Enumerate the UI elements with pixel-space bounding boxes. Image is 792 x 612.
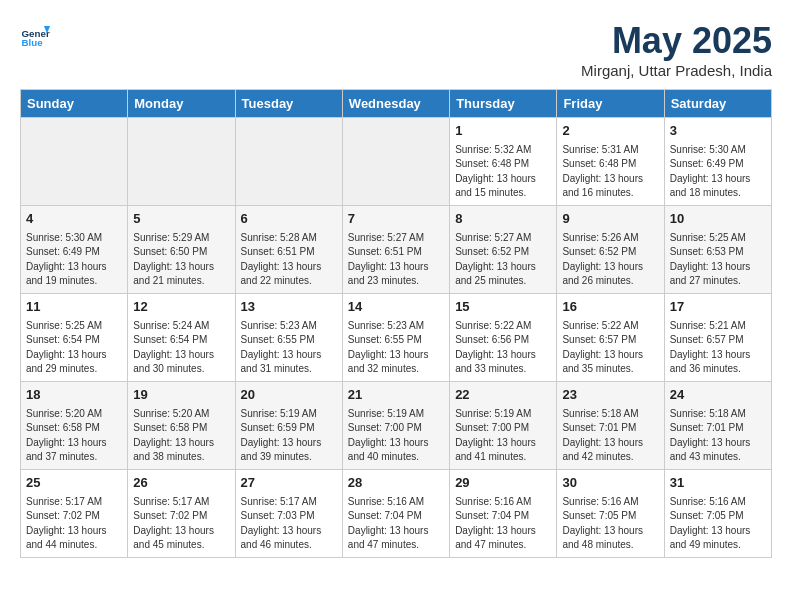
day-info: Sunset: 6:53 PM [670,245,766,260]
location: Mirganj, Uttar Pradesh, India [581,62,772,79]
day-info: Daylight: 13 hours [455,524,551,539]
day-number: 2 [562,122,658,141]
calendar-cell: 4Sunrise: 5:30 AMSunset: 6:49 PMDaylight… [21,206,128,294]
day-info: Sunset: 6:57 PM [670,333,766,348]
day-info: Daylight: 13 hours [26,260,122,275]
day-info: Sunset: 6:51 PM [348,245,444,260]
day-info: Daylight: 13 hours [241,260,337,275]
calendar-cell: 3Sunrise: 5:30 AMSunset: 6:49 PMDaylight… [664,118,771,206]
day-info: Daylight: 13 hours [455,260,551,275]
day-number: 27 [241,474,337,493]
day-number: 28 [348,474,444,493]
calendar-cell: 10Sunrise: 5:25 AMSunset: 6:53 PMDayligh… [664,206,771,294]
calendar-cell: 22Sunrise: 5:19 AMSunset: 7:00 PMDayligh… [450,382,557,470]
calendar-cell: 1Sunrise: 5:32 AMSunset: 6:48 PMDaylight… [450,118,557,206]
calendar-cell [342,118,449,206]
weekday-header: Wednesday [342,90,449,118]
day-info: Sunset: 6:55 PM [348,333,444,348]
day-info: and 19 minutes. [26,274,122,289]
day-info: Sunrise: 5:30 AM [670,143,766,158]
day-info: Sunrise: 5:20 AM [133,407,229,422]
day-number: 9 [562,210,658,229]
day-number: 5 [133,210,229,229]
day-info: and 39 minutes. [241,450,337,465]
day-info: and 22 minutes. [241,274,337,289]
day-info: Daylight: 13 hours [670,524,766,539]
day-number: 13 [241,298,337,317]
day-info: Sunrise: 5:16 AM [562,495,658,510]
day-info: Sunset: 6:56 PM [455,333,551,348]
calendar-cell: 15Sunrise: 5:22 AMSunset: 6:56 PMDayligh… [450,294,557,382]
day-info: Daylight: 13 hours [562,348,658,363]
day-number: 22 [455,386,551,405]
weekday-header: Thursday [450,90,557,118]
calendar-week-row: 25Sunrise: 5:17 AMSunset: 7:02 PMDayligh… [21,470,772,558]
day-info: and 15 minutes. [455,186,551,201]
day-info: Daylight: 13 hours [133,348,229,363]
day-info: and 27 minutes. [670,274,766,289]
day-info: Sunset: 6:59 PM [241,421,337,436]
day-number: 4 [26,210,122,229]
day-info: Daylight: 13 hours [455,436,551,451]
day-info: and 42 minutes. [562,450,658,465]
day-info: and 23 minutes. [348,274,444,289]
day-info: Sunrise: 5:29 AM [133,231,229,246]
day-info: Sunrise: 5:18 AM [670,407,766,422]
day-info: Sunrise: 5:17 AM [133,495,229,510]
day-info: Sunrise: 5:27 AM [348,231,444,246]
day-info: Sunset: 7:04 PM [455,509,551,524]
day-info: Daylight: 13 hours [562,260,658,275]
day-info: Sunrise: 5:16 AM [670,495,766,510]
day-info: Sunrise: 5:19 AM [241,407,337,422]
day-info: Daylight: 13 hours [241,524,337,539]
day-info: and 38 minutes. [133,450,229,465]
calendar-cell: 8Sunrise: 5:27 AMSunset: 6:52 PMDaylight… [450,206,557,294]
day-info: Sunset: 6:55 PM [241,333,337,348]
day-info: Sunset: 6:57 PM [562,333,658,348]
day-info: Sunrise: 5:26 AM [562,231,658,246]
day-info: Sunrise: 5:23 AM [241,319,337,334]
day-info: and 49 minutes. [670,538,766,553]
day-number: 3 [670,122,766,141]
day-info: Sunrise: 5:19 AM [348,407,444,422]
day-number: 10 [670,210,766,229]
title-block: May 2025 Mirganj, Uttar Pradesh, India [581,20,772,79]
calendar-cell: 6Sunrise: 5:28 AMSunset: 6:51 PMDaylight… [235,206,342,294]
day-info: Sunset: 7:02 PM [133,509,229,524]
day-info: Daylight: 13 hours [670,436,766,451]
calendar-cell: 26Sunrise: 5:17 AMSunset: 7:02 PMDayligh… [128,470,235,558]
day-info: Sunset: 6:52 PM [455,245,551,260]
calendar-week-row: 11Sunrise: 5:25 AMSunset: 6:54 PMDayligh… [21,294,772,382]
day-info: Daylight: 13 hours [455,172,551,187]
day-info: and 32 minutes. [348,362,444,377]
page-header: General Blue May 2025 Mirganj, Uttar Pra… [20,20,772,79]
day-info: Daylight: 13 hours [241,436,337,451]
day-info: and 31 minutes. [241,362,337,377]
day-info: Daylight: 13 hours [670,172,766,187]
weekday-header: Saturday [664,90,771,118]
day-info: and 37 minutes. [26,450,122,465]
day-info: Sunset: 6:51 PM [241,245,337,260]
day-info: Daylight: 13 hours [133,524,229,539]
calendar-cell [235,118,342,206]
calendar-cell: 27Sunrise: 5:17 AMSunset: 7:03 PMDayligh… [235,470,342,558]
calendar-week-row: 4Sunrise: 5:30 AMSunset: 6:49 PMDaylight… [21,206,772,294]
day-info: and 40 minutes. [348,450,444,465]
calendar-cell: 24Sunrise: 5:18 AMSunset: 7:01 PMDayligh… [664,382,771,470]
day-info: Daylight: 13 hours [670,260,766,275]
day-info: and 36 minutes. [670,362,766,377]
day-info: Sunrise: 5:21 AM [670,319,766,334]
day-number: 26 [133,474,229,493]
day-info: and 43 minutes. [670,450,766,465]
day-number: 23 [562,386,658,405]
day-info: Sunrise: 5:32 AM [455,143,551,158]
calendar-table: SundayMondayTuesdayWednesdayThursdayFrid… [20,89,772,558]
day-info: and 25 minutes. [455,274,551,289]
calendar-cell: 5Sunrise: 5:29 AMSunset: 6:50 PMDaylight… [128,206,235,294]
day-info: Sunset: 7:01 PM [670,421,766,436]
day-info: Sunrise: 5:18 AM [562,407,658,422]
day-info: Sunset: 6:49 PM [670,157,766,172]
day-info: Daylight: 13 hours [26,436,122,451]
calendar-cell: 17Sunrise: 5:21 AMSunset: 6:57 PMDayligh… [664,294,771,382]
day-number: 6 [241,210,337,229]
